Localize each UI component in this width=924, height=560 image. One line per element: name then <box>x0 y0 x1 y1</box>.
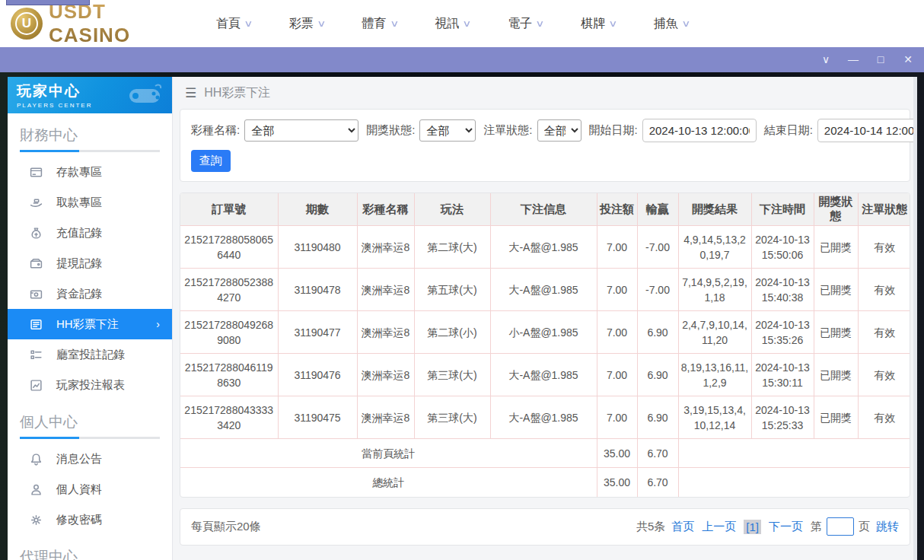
summary-empty <box>678 439 910 468</box>
window-scrollbar[interactable] <box>913 77 917 560</box>
table-cell: 有效 <box>858 226 910 269</box>
query-button[interactable]: 查詢 <box>191 150 231 172</box>
table-cell: 已開獎 <box>814 354 858 396</box>
table-cell: 6.90 <box>637 311 678 354</box>
nav-item-5[interactable]: 棋牌∨ <box>581 16 617 32</box>
current-page-indicator: [1] <box>744 520 761 534</box>
table-row: 215217288046119863031190476澳洲幸运8第三球(大)大-… <box>180 354 910 396</box>
col-header-0: 訂單號 <box>180 193 278 226</box>
logo[interactable]: U USDT CASINO <box>11 0 193 47</box>
col-header-7: 開獎結果 <box>678 193 751 226</box>
nav-item-2[interactable]: 體育∨ <box>362 16 398 32</box>
table-cell: 8,19,13,16,11,1,2,9 <box>678 354 751 396</box>
prev-page-link[interactable]: 上一页 <box>702 520 736 534</box>
table-cell: 已開獎 <box>814 396 858 439</box>
sidebar-item-修改密碼[interactable]: 修改密碼 <box>8 504 172 535</box>
page-jump-input[interactable] <box>827 517 854 536</box>
col-header-8: 下注時間 <box>751 193 814 226</box>
table-cell: 31190477 <box>278 311 357 354</box>
per-page-text: 每頁顯示20條 <box>191 520 261 534</box>
table-cell: 7.00 <box>597 354 637 396</box>
nav-item-3[interactable]: 視訊∨ <box>435 16 470 32</box>
sidebar-item-充值記錄[interactable]: 充值記錄 <box>8 218 172 248</box>
table-cell: 小-A盤@1.985 <box>490 311 597 354</box>
summary-bet-total: 35.00 <box>597 468 637 497</box>
minimize-icon[interactable]: — <box>842 47 865 72</box>
table-cell: -7.00 <box>637 269 678 311</box>
sidebar-item-玩家投注報表[interactable]: 玩家投注報表 <box>8 370 172 400</box>
wallet-icon <box>29 256 43 270</box>
order-status-select[interactable]: 全部 <box>537 119 581 142</box>
summary-label: 總統計 <box>180 468 597 497</box>
jump-go-link[interactable]: 跳转 <box>876 520 899 534</box>
table-cell: 有效 <box>858 396 910 439</box>
nav-item-4[interactable]: 電子∨ <box>508 16 543 32</box>
breadcrumb: ☰ HH彩票下注 <box>173 77 917 109</box>
table-cell: -7.00 <box>637 226 678 269</box>
start-date-input[interactable] <box>642 119 757 142</box>
table-cell: 第二球(大) <box>414 226 490 269</box>
logo-coin-icon: U <box>11 8 43 40</box>
table-cell: 大-A盤@1.985 <box>490 226 597 269</box>
sidebar-item-廳室投註記錄[interactable]: 廳室投註記錄 <box>8 339 172 370</box>
nav-item-1[interactable]: 彩票∨ <box>289 16 325 32</box>
table-cell: 7.00 <box>597 396 637 439</box>
next-page-link[interactable]: 下一页 <box>769 520 803 534</box>
draw-status-select[interactable]: 全部 <box>419 119 476 142</box>
nav-item-label: 捕魚 <box>654 16 678 32</box>
table-row: 215217288052388427031190478澳洲幸运8第五球(大)大-… <box>180 269 910 311</box>
close-icon[interactable]: ✕ <box>897 47 919 72</box>
total-count-text: 共5条 <box>636 520 665 534</box>
sidebar-item-消息公告[interactable]: 消息公告 <box>8 444 172 474</box>
section-title-2: 代理中心 <box>8 535 172 560</box>
menu-toggle-icon[interactable]: ☰ <box>185 85 196 101</box>
table-cell: 有效 <box>858 269 910 311</box>
table-cell: 7.00 <box>597 311 637 354</box>
table-cell: 2152172880492689080 <box>180 311 278 354</box>
gear-icon <box>29 513 43 527</box>
table-cell: 澳洲幸运8 <box>357 396 414 439</box>
nav-item-label: 電子 <box>508 16 532 32</box>
draw-status-label: 開獎狀態: <box>366 123 415 138</box>
window-titlebar: ∨—□✕ <box>0 47 924 72</box>
table-cell: 第三球(大) <box>414 396 490 439</box>
table-cell: 4,9,14,5,13,20,19,7 <box>678 226 751 269</box>
sidebar-item-資金記錄[interactable]: 資金記錄 <box>8 278 172 309</box>
sidebar-item-取款專區[interactable]: 取款專區 <box>8 187 172 218</box>
sidebar-item-個人資料[interactable]: 個人資料 <box>8 474 172 504</box>
table-cell: 3,19,15,13,4,10,12,14 <box>678 396 751 439</box>
report-chart-icon <box>29 378 43 392</box>
end-date-input[interactable] <box>817 119 917 142</box>
sidebar-item-label: 廳室投註記錄 <box>56 348 125 362</box>
lottery-name-select[interactable]: 全部 <box>244 119 358 142</box>
nav-item-0[interactable]: 首頁∨ <box>216 16 252 32</box>
start-date-label: 開始日期: <box>589 123 638 138</box>
table-cell: 澳洲幸运8 <box>357 354 414 396</box>
nav-item-6[interactable]: 捕魚∨ <box>654 16 690 32</box>
table-cell: 2152172880461198630 <box>180 354 278 396</box>
chevron-down-icon: ∨ <box>681 18 690 29</box>
chevron-down-icon: ∨ <box>244 18 253 29</box>
section-underline <box>20 150 160 152</box>
first-page-link[interactable]: 首页 <box>671 520 694 534</box>
chevron-down-icon[interactable]: ∨ <box>814 47 837 72</box>
sidebar-item-提現記錄[interactable]: 提現記錄 <box>8 248 172 278</box>
nav-item-label: 彩票 <box>289 16 314 32</box>
table-cell: 澳洲幸运8 <box>357 269 414 311</box>
table-cell: 已開獎 <box>814 311 858 354</box>
sidebar-item-存款專區[interactable]: 存款專區 <box>8 157 172 187</box>
table-cell: 2024-10-13 15:25:33 <box>751 396 814 439</box>
section-title-0: 財務中心 <box>8 113 172 150</box>
jump-prefix-label: 第 <box>811 520 822 534</box>
sidebar-item-label: 充值記錄 <box>56 226 102 240</box>
table-cell: 31190480 <box>278 226 357 269</box>
table-cell: 有效 <box>858 354 910 396</box>
col-header-2: 彩種名稱 <box>357 193 414 226</box>
deposit-card-icon <box>29 165 43 179</box>
table-cell: 31190476 <box>278 354 357 396</box>
site-header: U USDT CASINO 首頁∨彩票∨體育∨視訊∨電子∨棋牌∨捕魚∨ <box>0 0 924 47</box>
moneybag-icon <box>29 226 43 240</box>
section-underline <box>20 437 160 439</box>
maximize-icon[interactable]: □ <box>869 47 892 72</box>
sidebar-item-HH彩票下注[interactable]: HH彩票下注› <box>8 309 172 339</box>
